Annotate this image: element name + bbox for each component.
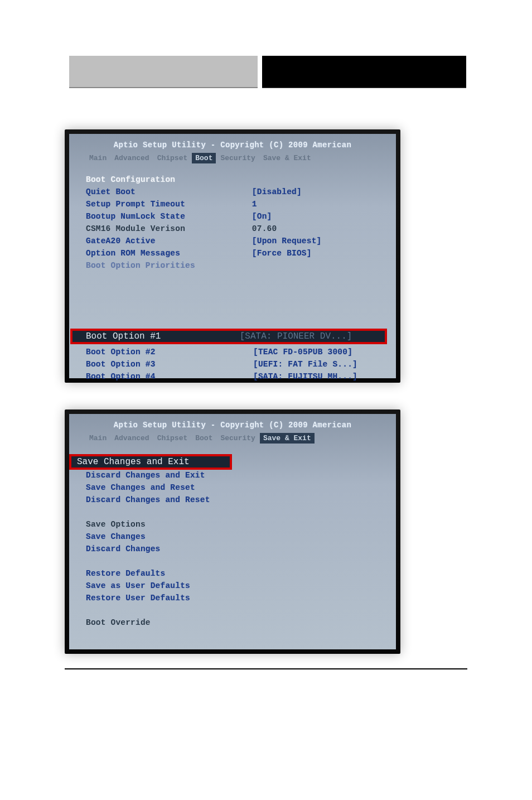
menu-item [86, 555, 396, 567]
section-boot-priorities: Boot Option Priorities [86, 259, 253, 272]
setting-value[interactable]: 07.60 [252, 223, 396, 235]
setting-label: Quiet Boot [86, 186, 252, 198]
bios-screenshot-save-exit: Aptio Setup Utility - Copyright (C) 2009… [65, 409, 400, 654]
menu-item[interactable]: Discard Changes [86, 543, 396, 555]
boot-option-value[interactable]: [UEFI: FAT File S...] [253, 358, 398, 370]
boot-option-label[interactable]: Boot Option #4 [86, 370, 253, 383]
save-changes-and-exit-label: Save Changes and Exit [75, 457, 190, 467]
tab-chipset[interactable]: Chipset [154, 433, 191, 444]
bios-tabs: Main Advanced Chipset Boot Security Save… [69, 152, 396, 165]
bios-title: Aptio Setup Utility - Copyright (C) 2009… [69, 134, 396, 152]
boot-option-1-highlight[interactable]: Boot Option #1 [SATA: PIONEER DV...] [70, 329, 387, 344]
setting-value[interactable]: [Disabled] [252, 186, 396, 198]
menu-item[interactable]: Discard Changes and Exit [86, 469, 396, 481]
tab-main[interactable]: Main [86, 433, 110, 444]
boot-option-label[interactable]: Boot Option #3 [86, 358, 253, 370]
tab-security[interactable]: Security [217, 153, 258, 163]
menu-item[interactable]: Restore User Defaults [86, 592, 396, 604]
menu-item[interactable]: Restore Defaults [86, 567, 396, 580]
setting-label: Bootup NumLock State [86, 210, 252, 223]
page-header [69, 56, 466, 88]
section-boot-config: Boot Configuration [86, 174, 253, 186]
setting-value[interactable]: 1 [252, 198, 396, 210]
boot-option-1-value: [SATA: PIONEER DV...] [240, 331, 381, 341]
menu-item[interactable]: Discard Changes and Reset [86, 494, 396, 506]
tab-boot[interactable]: Boot [192, 433, 216, 444]
boot-option-label[interactable]: Boot Option #2 [86, 346, 253, 358]
tab-advanced[interactable]: Advanced [111, 153, 152, 163]
setting-value[interactable]: [Upon Request] [252, 235, 396, 247]
setting-label: Option ROM Messages [86, 247, 252, 259]
header-left-block [69, 56, 258, 88]
tab-save-exit[interactable]: Save & Exit [260, 153, 315, 163]
footer-rule [65, 668, 467, 669]
bios-title: Aptio Setup Utility - Copyright (C) 2009… [69, 414, 396, 432]
tab-main[interactable]: Main [86, 153, 110, 163]
save-changes-and-exit-highlight[interactable]: Save Changes and Exit [69, 454, 232, 470]
bios-body: Boot Configuration Quiet Boot[Disabled]S… [69, 165, 396, 272]
tab-advanced[interactable]: Advanced [111, 433, 152, 444]
setting-value[interactable]: [Force BIOS] [252, 247, 396, 259]
setting-label: CSM16 Module Verison [86, 223, 252, 235]
setting-value[interactable]: [On] [252, 210, 396, 223]
menu-item[interactable]: Save Changes [86, 531, 396, 543]
boot-option-value[interactable]: [TEAC FD-05PUB 3000] [253, 346, 398, 358]
tab-security[interactable]: Security [217, 433, 258, 444]
menu-item [86, 506, 396, 518]
boot-option-1-label: Boot Option #1 [76, 331, 240, 341]
menu-item[interactable]: Save Changes and Reset [86, 481, 396, 494]
menu-item [86, 604, 396, 616]
bios-tabs: Main Advanced Chipset Boot Security Save… [69, 432, 396, 445]
menu-item[interactable]: Save as User Defaults [86, 580, 396, 592]
tab-boot[interactable]: Boot [192, 153, 216, 163]
menu-item: Save Options [86, 518, 396, 531]
tab-chipset[interactable]: Chipset [154, 153, 191, 163]
setting-label: GateA20 Active [86, 235, 252, 247]
boot-option-value[interactable]: [SATA: FUJITSU MH...] [253, 370, 398, 383]
setting-label: Setup Prompt Timeout [86, 198, 252, 210]
header-right-block [262, 56, 466, 88]
bios-screenshot-boot: Aptio Setup Utility - Copyright (C) 2009… [65, 129, 400, 383]
tab-save-exit[interactable]: Save & Exit [260, 433, 315, 444]
menu-item: Boot Override [86, 616, 396, 629]
